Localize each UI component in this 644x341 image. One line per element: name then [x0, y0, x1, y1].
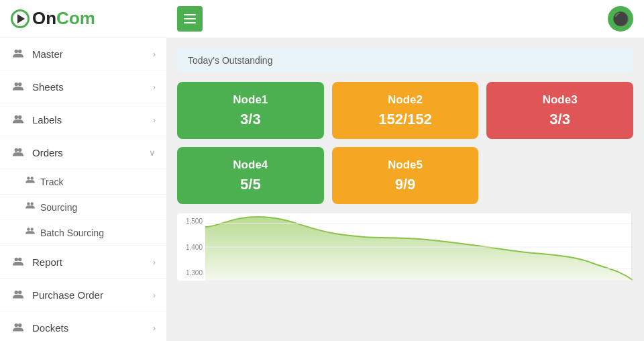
- svg-point-0: [15, 50, 18, 53]
- dockets-icon: [11, 320, 25, 335]
- chart-label-1400: 1,400: [180, 244, 203, 251]
- master-icon: [11, 46, 25, 61]
- track-label: Track: [40, 177, 63, 187]
- svg-point-15: [18, 258, 21, 261]
- logo-play-icon: [17, 14, 25, 23]
- chart-area-fill: [205, 217, 633, 281]
- sidebar-item-sheets-label: Sheets: [32, 81, 64, 93]
- sidebar-item-report-label: Report: [32, 256, 62, 268]
- purchase-order-icon: [11, 287, 25, 302]
- sidebar-item-sourcing[interactable]: Sourcing: [0, 195, 166, 220]
- svg-point-2: [15, 83, 18, 86]
- chart-svg-container: [205, 213, 633, 281]
- svg-point-5: [18, 115, 21, 119]
- svg-point-16: [15, 291, 18, 294]
- hamburger-line-3: [184, 22, 196, 23]
- user-icon: ⚫: [612, 11, 629, 27]
- node2-card[interactable]: Node2 152/152: [332, 82, 479, 139]
- outstanding-banner: Today's Outstanding: [177, 48, 633, 72]
- sourcing-label: Sourcing: [40, 202, 77, 213]
- node-empty: [486, 147, 633, 204]
- node4-value: 5/5: [240, 176, 261, 193]
- dockets-chevron: ›: [153, 323, 156, 333]
- node2-name: Node2: [388, 93, 423, 107]
- svg-point-14: [15, 258, 18, 261]
- content-area: Today's Outstanding Node1 3/3 Node2 152/…: [166, 38, 644, 341]
- svg-point-4: [15, 115, 18, 119]
- hamburger-line-1: [184, 14, 196, 15]
- sidebar-item-dockets[interactable]: Dockets ›: [0, 311, 166, 341]
- svg-point-8: [27, 177, 30, 179]
- node4-name: Node4: [233, 158, 268, 172]
- logo-area: OnCom: [0, 0, 166, 38]
- node3-card[interactable]: Node3 3/3: [486, 82, 633, 139]
- purchase-order-chevron: ›: [153, 290, 156, 300]
- node5-name: Node5: [388, 158, 423, 172]
- sidebar-item-master-label: Master: [32, 48, 63, 60]
- sheets-icon: [11, 79, 25, 94]
- orders-submenu: Track Sourcing Batch Sourcing: [0, 169, 166, 246]
- svg-point-13: [30, 228, 33, 230]
- labels-icon: [11, 112, 25, 127]
- main-content: ⚫ Today's Outstanding Node1 3/3 Node2 15…: [166, 0, 644, 341]
- svg-point-17: [18, 291, 21, 294]
- node1-name: Node1: [233, 93, 268, 107]
- sourcing-icon: [25, 201, 35, 213]
- sidebar-item-sheets[interactable]: Sheets ›: [0, 70, 166, 103]
- chart-label-1500: 1,500: [180, 217, 203, 225]
- svg-point-6: [15, 148, 18, 152]
- hamburger-button[interactable]: [177, 6, 203, 32]
- sidebar-item-report[interactable]: Report ›: [0, 246, 166, 279]
- node1-value: 3/3: [240, 111, 261, 128]
- sidebar-item-track[interactable]: Track: [0, 169, 166, 195]
- chart-area: 1,500 1,400 1,300: [177, 213, 633, 281]
- svg-point-9: [30, 177, 33, 179]
- svg-point-3: [18, 83, 21, 86]
- topbar: ⚫: [166, 0, 644, 38]
- labels-chevron: ›: [153, 115, 156, 125]
- report-chevron: ›: [153, 257, 156, 267]
- nodes-grid: Node1 3/3 Node2 152/152 Node3 3/3 Node4 …: [177, 82, 633, 204]
- logo-circle-icon: [11, 9, 30, 28]
- sidebar-item-orders-label: Orders: [32, 147, 63, 158]
- svg-point-1: [18, 50, 21, 53]
- svg-point-18: [15, 324, 18, 327]
- node1-card[interactable]: Node1 3/3: [177, 82, 324, 139]
- node3-name: Node3: [543, 93, 578, 107]
- chart-svg: [205, 213, 633, 281]
- outstanding-label: Today's Outstanding: [188, 55, 272, 66]
- svg-point-19: [18, 324, 21, 327]
- node5-value: 9/9: [395, 176, 416, 193]
- sidebar-item-orders[interactable]: Orders ∨: [0, 136, 166, 169]
- hamburger-line-2: [184, 18, 196, 19]
- svg-point-7: [18, 148, 21, 152]
- svg-point-12: [27, 228, 30, 230]
- chart-labels: 1,500 1,400 1,300: [177, 213, 205, 281]
- chart-label-1300: 1,300: [180, 269, 203, 277]
- svg-point-10: [27, 202, 30, 205]
- orders-chevron: ∨: [149, 148, 156, 158]
- avatar-button[interactable]: ⚫: [608, 6, 633, 32]
- track-icon: [25, 176, 35, 187]
- node3-value: 3/3: [549, 111, 570, 128]
- logo-com: Com: [56, 8, 95, 28]
- logo-on: On: [32, 8, 56, 28]
- batch-sourcing-label: Batch Sourcing: [40, 228, 104, 238]
- sidebar-item-purchase-order[interactable]: Purchase Order ›: [0, 279, 166, 311]
- orders-icon: [11, 145, 25, 160]
- master-chevron: ›: [153, 49, 156, 59]
- sidebar-item-batch-sourcing[interactable]: Batch Sourcing: [0, 220, 166, 246]
- logo-text: OnCom: [32, 8, 95, 29]
- sidebar: OnCom Master › Sheets › Labels › Orders …: [0, 0, 166, 341]
- sidebar-item-purchase-order-label: Purchase Order: [32, 289, 103, 301]
- report-icon: [11, 254, 25, 269]
- sidebar-item-master[interactable]: Master ›: [0, 38, 166, 70]
- sidebar-item-dockets-label: Dockets: [32, 322, 68, 334]
- batch-sourcing-icon: [25, 227, 35, 238]
- sidebar-item-labels[interactable]: Labels ›: [0, 103, 166, 136]
- sidebar-item-labels-label: Labels: [32, 114, 62, 126]
- node5-card[interactable]: Node5 9/9: [332, 147, 479, 204]
- svg-point-11: [30, 202, 33, 205]
- node4-card[interactable]: Node4 5/5: [177, 147, 324, 204]
- node2-value: 152/152: [378, 111, 432, 128]
